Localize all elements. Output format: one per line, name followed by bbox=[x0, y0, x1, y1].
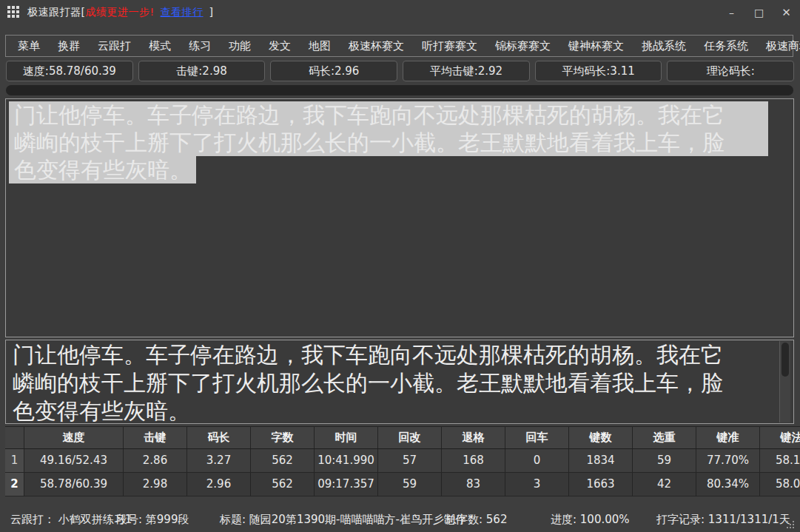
typed-line: 色变得有些灰暗。 bbox=[13, 397, 774, 424]
row-number: 1 bbox=[5, 449, 24, 472]
resize-grip-icon[interactable] bbox=[786, 521, 794, 529]
view-ranking-link[interactable]: 查看排行 bbox=[161, 6, 204, 18]
typed-line: 门让他停车。车子停在路边，我下车跑向不远处那棵枯死的胡杨。我在它 bbox=[13, 341, 774, 369]
results-table-header: 速度 击键 码长 字数 时间 回改 退格 回车 键数 选重 键准 键法 bbox=[5, 426, 800, 449]
avg-keystroke-stat-button[interactable]: 平均击键:2.92 bbox=[403, 61, 530, 81]
scrollbar-thumb[interactable] bbox=[781, 343, 789, 377]
menu-item-jinbiaosai[interactable]: 锦标赛赛文 bbox=[489, 39, 557, 53]
menu-item-huanqun[interactable]: 换群 bbox=[52, 39, 86, 53]
cell-keycount: 1663 bbox=[569, 473, 633, 496]
cell-backspace: 168 bbox=[442, 449, 505, 472]
cell-candidate-select: 59 bbox=[633, 449, 696, 472]
header-enter[interactable]: 回车 bbox=[505, 427, 569, 448]
cell-candidate-select: 42 bbox=[633, 473, 696, 496]
cell-key-accuracy: 80.34% bbox=[696, 473, 760, 496]
header-candidate-select[interactable]: 选重 bbox=[633, 427, 696, 448]
status-total-chars: 总字数: 562 bbox=[446, 513, 507, 527]
cell-backspace: 83 bbox=[442, 473, 505, 496]
title-bar: 极速跟打器[成绩更进一步! 查看排行 ] – □ ✕ bbox=[0, 0, 800, 25]
cell-speed: 49.16/52.43 bbox=[24, 449, 124, 472]
header-corrections[interactable]: 回改 bbox=[378, 427, 442, 448]
menu-bar: 菜单 换群 云跟打 模式 练习 功能 发文 地图 极速杯赛文 听打赛赛文 锦标赛… bbox=[5, 35, 793, 57]
cell-keystroke: 2.98 bbox=[124, 473, 187, 496]
cell-enter: 0 bbox=[505, 449, 569, 472]
menu-item-jianshenbei[interactable]: 键神杯赛文 bbox=[562, 39, 630, 53]
menu-item-ditu[interactable]: 地图 bbox=[303, 39, 337, 53]
window-title-prefix: 极速跟打器[ bbox=[27, 6, 85, 18]
header-keystroke[interactable]: 击键 bbox=[124, 427, 187, 448]
status-source: 云跟打： 小鹤双拼练习1 bbox=[10, 513, 132, 527]
score-notice-text: 成绩更进一步! bbox=[85, 6, 154, 18]
typing-progress-bar bbox=[6, 85, 793, 95]
cell-codelength: 2.96 bbox=[187, 473, 251, 496]
cell-keystroke: 2.86 bbox=[124, 449, 187, 472]
cell-charcount: 562 bbox=[251, 449, 315, 472]
theory-codelength-stat-button[interactable]: 理论码长: bbox=[667, 61, 794, 81]
menu-item-moshi[interactable]: 模式 bbox=[143, 39, 177, 53]
menu-item-shangcheng[interactable]: 极速商城 bbox=[760, 39, 800, 53]
cell-key-method: 58.08 bbox=[760, 473, 800, 496]
header-key-accuracy[interactable]: 键准 bbox=[696, 427, 760, 448]
cell-charcount: 562 bbox=[251, 473, 315, 496]
codelength-stat-button[interactable]: 码长:2.96 bbox=[270, 61, 397, 81]
status-article-title: 标题: 随园20第1390期-喵喵喵喵方-崔鸟开彡制作 bbox=[220, 513, 466, 527]
stats-row: 速度:58.78/60.39 击键:2.98 码长:2.96 平均击键:2.92… bbox=[6, 61, 794, 81]
header-key-method[interactable]: 键法 bbox=[760, 427, 800, 448]
menu-item-lianxi[interactable]: 练习 bbox=[183, 39, 217, 53]
menu-item-tingdasai[interactable]: 听打赛赛文 bbox=[416, 39, 483, 53]
row-number: 2 bbox=[5, 473, 24, 496]
status-typing-record: 打字记录: 1311/1311/1天 bbox=[656, 513, 790, 527]
header-time[interactable]: 时间 bbox=[315, 427, 378, 448]
menu-item-caidan[interactable]: 菜单 bbox=[12, 39, 46, 53]
header-rownum bbox=[5, 427, 24, 448]
window-title: 极速跟打器[成绩更进一步! 查看排行 ] bbox=[27, 6, 213, 19]
keystroke-stat-button[interactable]: 击键:2.98 bbox=[138, 61, 266, 81]
status-bar: 云跟打： 小鹤双拼练习1 段号: 第999段 标题: 随园20第1390期-喵喵… bbox=[0, 508, 800, 532]
cell-keycount: 1834 bbox=[569, 449, 633, 472]
header-keycount[interactable]: 键数 bbox=[569, 427, 633, 448]
cell-codelength: 3.27 bbox=[187, 449, 251, 472]
menu-item-fawen[interactable]: 发文 bbox=[263, 39, 297, 53]
article-line: 色变得有些灰暗。 bbox=[9, 156, 793, 183]
menu-item-yungenda[interactable]: 云跟打 bbox=[92, 39, 137, 53]
status-progress: 进度: 100.00% bbox=[551, 513, 630, 527]
table-row[interactable]: 2 58.78/60.39 2.98 2.96 562 09:17.357 59… bbox=[5, 473, 800, 496]
menu-item-tiaozhan[interactable]: 挑战系统 bbox=[636, 39, 692, 53]
cell-speed: 58.78/60.39 bbox=[24, 473, 124, 496]
close-icon[interactable]: ✕ bbox=[773, 0, 800, 25]
article-display[interactable]: 门让他停车。车子停在路边，我下车跑向不远处那棵枯死的胡杨。我在它 嶙峋的枝干上掰… bbox=[5, 98, 794, 337]
cell-corrections: 57 bbox=[378, 449, 442, 472]
avg-codelength-stat-button[interactable]: 平均码长:3.11 bbox=[535, 61, 662, 81]
cell-corrections: 59 bbox=[378, 473, 442, 496]
cell-time: 10:41.990 bbox=[315, 449, 378, 472]
header-charcount[interactable]: 字数 bbox=[251, 427, 315, 448]
typed-text-area[interactable]: 门让他停车。车子停在路边，我下车跑向不远处那棵枯死的胡杨。我在它 嶙峋的枝干上掰… bbox=[5, 340, 794, 424]
article-line: 门让他停车。车子停在路边，我下车跑向不远处那棵枯死的胡杨。我在它 bbox=[9, 101, 793, 129]
window-controls: – □ ✕ bbox=[718, 0, 800, 25]
minimize-icon[interactable]: – bbox=[718, 0, 745, 25]
header-backspace[interactable]: 退格 bbox=[442, 427, 505, 448]
typed-line: 嶙峋的枝干上掰下了打火机那么长的一小截。老王默默地看着我上车，脸 bbox=[13, 369, 774, 397]
cell-time: 09:17.357 bbox=[315, 473, 378, 496]
menu-item-jisubei[interactable]: 极速杯赛文 bbox=[343, 39, 410, 53]
cell-key-accuracy: 77.70% bbox=[696, 449, 760, 472]
status-segment: 段号: 第999段 bbox=[116, 513, 189, 527]
header-speed[interactable]: 速度 bbox=[24, 427, 124, 448]
header-codelength[interactable]: 码长 bbox=[187, 427, 251, 448]
app-grid-icon[interactable] bbox=[7, 6, 21, 19]
cell-enter: 3 bbox=[505, 473, 569, 496]
speed-stat-button[interactable]: 速度:58.78/60.39 bbox=[6, 61, 133, 81]
table-row[interactable]: 1 49.16/52.43 2.86 3.27 562 10:41.990 57… bbox=[5, 449, 800, 473]
cell-key-method: 58.10 bbox=[760, 449, 800, 472]
menu-item-renwu[interactable]: 任务系统 bbox=[698, 39, 754, 53]
menu-item-gongneng[interactable]: 功能 bbox=[223, 39, 257, 53]
window-title-suffix: ] bbox=[206, 6, 214, 18]
results-table: 速度 击键 码长 字数 时间 回改 退格 回车 键数 选重 键准 键法 1 49… bbox=[5, 426, 800, 496]
typed-area-scrollbar[interactable] bbox=[779, 341, 790, 422]
maximize-icon[interactable]: □ bbox=[745, 0, 773, 25]
article-line: 嶙峋的枝干上掰下了打火机那么长的一小截。老王默默地看着我上车，脸 bbox=[9, 129, 793, 156]
